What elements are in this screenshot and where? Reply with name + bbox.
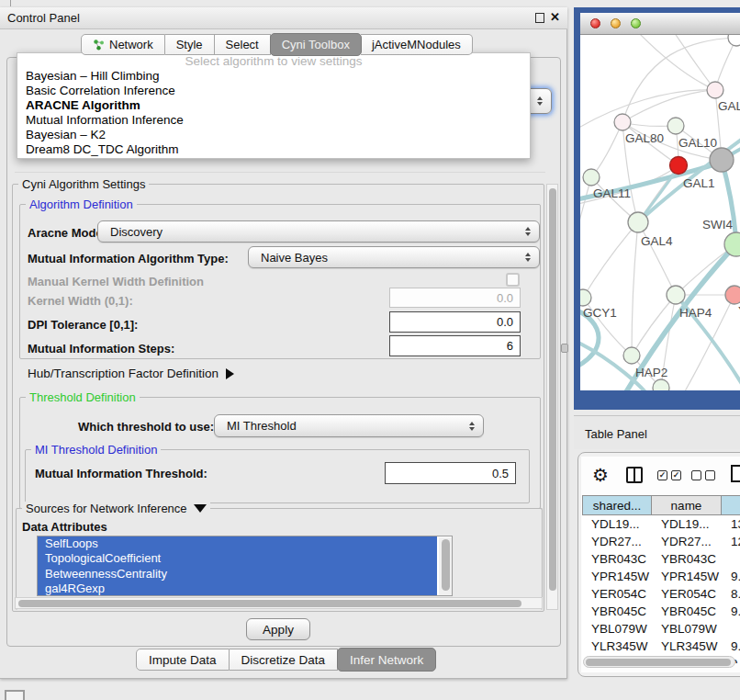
algorithm-option-selected[interactable]: ARACNE Algorithm	[17, 98, 530, 113]
table-cell[interactable]: YDL19...	[582, 515, 652, 533]
network-node[interactable]	[628, 212, 648, 232]
table-cell[interactable]: 8.	[722, 585, 740, 603]
table-row[interactable]: YBL079WYBL079W	[582, 620, 740, 638]
column-header-shared[interactable]: shared...	[582, 495, 652, 515]
table-horizontal-scrollbar[interactable]	[583, 656, 735, 668]
network-node[interactable]	[728, 35, 740, 46]
network-node[interactable]	[710, 148, 734, 172]
tab-infer-network[interactable]: Infer Network	[337, 648, 436, 672]
scrollbar-thumb[interactable]	[549, 188, 556, 591]
network-window-titlebar[interactable]	[580, 13, 740, 35]
scrollbar-thumb[interactable]	[18, 600, 521, 607]
network-node[interactable]	[653, 379, 669, 390]
table-row[interactable]: YDL19...YDL19...13	[582, 515, 740, 533]
which-threshold-combo[interactable]: MI Threshold	[214, 414, 484, 437]
network-edge[interactable]	[591, 122, 622, 177]
table-cell[interactable]: YDR27...	[582, 533, 652, 550]
table-cell[interactable]: YDR27...	[652, 533, 722, 550]
network-node[interactable]	[707, 82, 723, 98]
settings-horizontal-scrollbar[interactable]	[15, 597, 543, 609]
mi-threshold-field[interactable]: 0.5	[385, 462, 516, 484]
column-header-partial[interactable]	[722, 495, 740, 515]
settings-vertical-scrollbar[interactable]	[546, 184, 558, 610]
table-row[interactable]: YER054CYER054C8.	[582, 585, 740, 603]
select-all-columns-icon[interactable]: ✓ ✓	[657, 470, 681, 480]
table-cell[interactable]: YER054C	[582, 585, 652, 603]
gear-icon[interactable]: ⚙	[592, 464, 609, 486]
algorithm-combo-fragment[interactable]	[530, 88, 552, 114]
attribute-item-selected[interactable]: SelfLoops	[38, 536, 437, 551]
network-edge[interactable]	[622, 90, 715, 122]
network-edge[interactable]	[632, 222, 638, 356]
network-node[interactable]	[725, 286, 740, 304]
table-cell[interactable]: 9.	[722, 568, 740, 585]
table-cell[interactable]: 9.	[722, 638, 740, 655]
tab-style[interactable]: Style	[165, 34, 215, 55]
float-window-icon[interactable]	[535, 13, 544, 23]
algorithm-option[interactable]: Bayesian – K2	[17, 128, 530, 142]
algorithm-option[interactable]: Basic Correlation Inference	[17, 84, 530, 98]
table-cell[interactable]: YDL19...	[652, 515, 722, 533]
table-cell[interactable]: YLR345W	[582, 638, 652, 655]
columns-icon[interactable]	[626, 467, 643, 483]
table-cell[interactable]: YPR145W	[582, 568, 652, 585]
table-cell[interactable]: YBR043C	[652, 550, 722, 568]
sources-group-title[interactable]: Sources for Network Inference	[22, 502, 210, 515]
deselect-all-columns-icon[interactable]	[691, 470, 715, 480]
network-edge[interactable]	[635, 35, 715, 90]
attribute-item-selected[interactable]: gal4RGexp	[38, 581, 437, 596]
table-row[interactable]: YPR145WYPR145W9.	[582, 568, 740, 585]
network-edge[interactable]	[638, 222, 676, 295]
column-header-name[interactable]: name	[652, 495, 722, 515]
network-canvas[interactable]: GALGAL80GAL10GAL1GAL11GAL4SWI4GCY1HAP4YH…	[580, 35, 740, 390]
table-cell[interactable]: 12	[722, 533, 740, 550]
network-edge[interactable]	[580, 90, 715, 131]
kernel-width-field[interactable]: 0.0	[389, 288, 521, 308]
algorithm-option[interactable]: Bayesian – Hill Climbing	[17, 69, 530, 84]
new-table-icon[interactable]	[731, 465, 740, 482]
attribute-item-selected[interactable]: BetweennessCentrality	[38, 567, 437, 581]
mi-type-combo[interactable]: Naive Bayes	[248, 246, 540, 268]
data-attributes-list[interactable]: SelfLoops TopologicalCoefficient Between…	[37, 536, 453, 596]
algorithm-option[interactable]: Dream8 DC_TDC Algorithm	[17, 142, 530, 157]
window-minimize-button[interactable]	[611, 18, 621, 28]
table-cell[interactable]: YBL079W	[652, 620, 722, 638]
tab-jactivemnodules[interactable]: jActiveMNodules	[361, 34, 473, 55]
scrollbar-thumb[interactable]	[442, 539, 450, 591]
table-row[interactable]: YDR27...YDR27...12	[582, 533, 740, 550]
close-icon[interactable]: ✕	[550, 10, 560, 24]
minimized-panel-icon[interactable]	[5, 690, 25, 700]
table-row[interactable]: YBR045CYBR045C9.	[582, 603, 740, 620]
network-node[interactable]	[580, 289, 591, 306]
hub-section-toggle[interactable]: Hub/Transcription Factor Definition	[28, 367, 234, 380]
network-node[interactable]	[614, 114, 631, 130]
mi-steps-field[interactable]: 6	[389, 335, 521, 356]
tab-select[interactable]: Select	[215, 34, 271, 55]
window-close-button[interactable]	[590, 18, 600, 28]
network-graph[interactable]: GALGAL80GAL10GAL1GAL11GAL4SWI4GCY1HAP4YH…	[580, 35, 740, 390]
table-cell[interactable]: YBR043C	[582, 550, 652, 568]
manual-kernel-checkbox[interactable]	[506, 273, 520, 287]
attribute-item-selected[interactable]: TopologicalCoefficient	[38, 551, 437, 566]
table-row[interactable]: YBR043CYBR043C	[582, 550, 740, 568]
window-zoom-button[interactable]	[631, 18, 641, 28]
network-node[interactable]	[623, 347, 640, 364]
table-cell[interactable]	[722, 620, 740, 638]
table-cell[interactable]: YPR145W	[652, 568, 722, 585]
dpi-tolerance-field[interactable]: 0.0	[389, 311, 521, 333]
table-rows[interactable]: YDL19...YDL19...13YDR27...YDR27...12YBR0…	[582, 515, 740, 663]
table-cell[interactable]	[722, 550, 740, 568]
tab-discretize-data[interactable]: Discretize Data	[230, 649, 339, 671]
table-cell[interactable]: YBL079W	[582, 620, 652, 638]
table-cell[interactable]: YER054C	[652, 585, 722, 603]
network-edge[interactable]	[722, 160, 736, 244]
network-edge[interactable]	[672, 35, 715, 90]
aracne-mode-combo[interactable]: Discovery	[97, 220, 540, 243]
apply-button[interactable]: Apply	[246, 618, 310, 640]
table-cell[interactable]: 9.	[722, 603, 740, 620]
table-row[interactable]: YLR345WYLR345W9.	[582, 638, 740, 655]
network-edge[interactable]	[580, 177, 591, 237]
table-cell[interactable]: YBR045C	[652, 603, 722, 620]
network-node[interactable]	[583, 169, 600, 186]
scrollbar-thumb[interactable]	[586, 659, 731, 666]
